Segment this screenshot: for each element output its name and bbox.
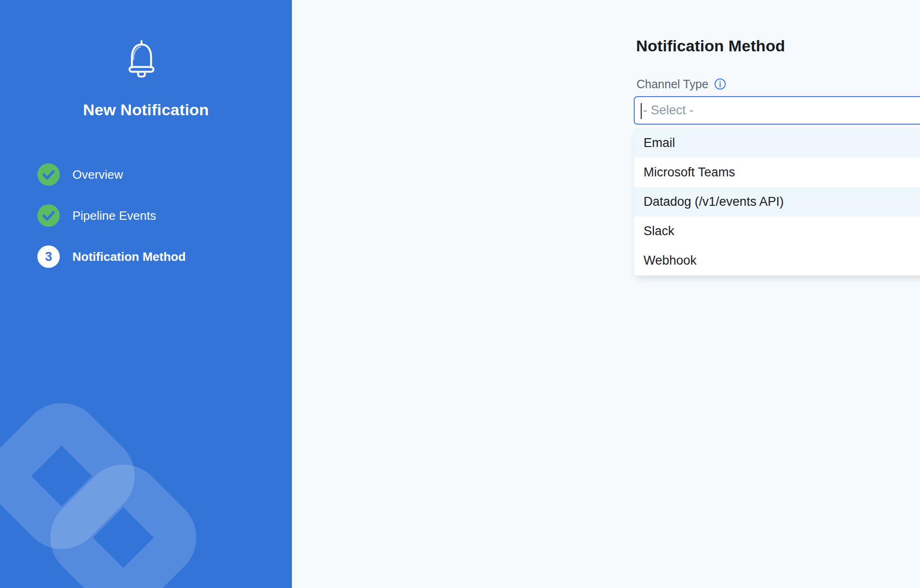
step-label: Pipeline Events (72, 209, 156, 223)
step-label: Notification Method (72, 250, 186, 264)
brand-watermark-logo (0, 0, 292, 588)
check-circle-icon (37, 204, 60, 227)
wizard-sidebar: New Notification Overview Pipeline Event… (0, 0, 292, 588)
channel-type-label: Channel Type (637, 77, 708, 91)
step-overview[interactable]: Overview (37, 163, 186, 186)
step-label: Overview (72, 168, 123, 182)
bell-icon (126, 40, 157, 77)
wizard-steps: Overview Pipeline Events 3 Notification … (37, 163, 186, 287)
notification-method-panel: Notification Method Channel Type - Selec… (292, 0, 920, 588)
select-placeholder: - Select - (643, 103, 694, 118)
channel-type-dropdown: Email Microsoft Teams Datadog (/v1/event… (634, 128, 920, 276)
option-email[interactable]: Email (634, 128, 920, 158)
option-slack[interactable]: Slack (634, 217, 920, 246)
option-microsoft-teams[interactable]: Microsoft Teams (634, 158, 920, 187)
check-circle-icon (37, 163, 60, 186)
text-cursor (641, 103, 642, 119)
channel-type-field-label-row: Channel Type (637, 77, 726, 91)
info-icon[interactable] (714, 78, 726, 90)
channel-type-select[interactable]: - Select - (634, 96, 920, 125)
step-notification-method[interactable]: 3 Notification Method (37, 245, 186, 268)
option-datadog[interactable]: Datadog (/v1/events API) (634, 187, 920, 217)
option-webhook[interactable]: Webhook (634, 246, 920, 275)
page-title: Notification Method (636, 37, 785, 55)
step-pipeline-events[interactable]: Pipeline Events (37, 204, 186, 227)
wizard-title: New Notification (0, 101, 292, 119)
step-number-badge: 3 (37, 245, 60, 268)
